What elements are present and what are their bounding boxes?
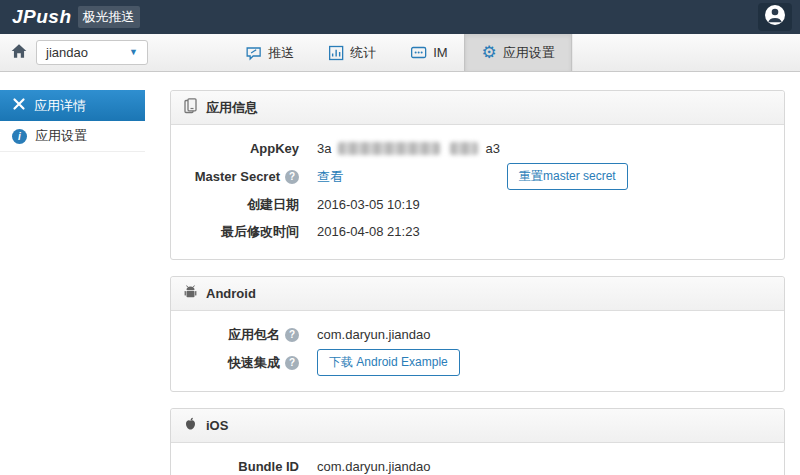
sidebar-item-app-details[interactable]: 应用详情: [0, 90, 145, 121]
sidebar-item-app-settings[interactable]: i 应用设置: [0, 121, 145, 152]
package-name-row: 应用包名 ? com.daryun.jiandao: [171, 321, 784, 348]
tab-im-label: IM: [433, 45, 447, 60]
tab-im[interactable]: IM: [393, 34, 464, 71]
appkey-suffix: a3: [485, 141, 499, 156]
appkey-label: AppKey: [171, 141, 299, 156]
app-info-card-header: 应用信息: [171, 91, 784, 125]
card-title: 应用信息: [206, 99, 258, 117]
sidebar-item-label: 应用详情: [34, 97, 86, 115]
logo-text-main: JPush: [12, 6, 72, 28]
app-selector-dropdown[interactable]: jiandao ▼: [36, 40, 148, 65]
card-title: Android: [206, 286, 256, 301]
gear-icon: ⚙: [482, 44, 497, 61]
nav-tabs: 推送 统计 IM ⚙ 应用设置: [228, 34, 572, 71]
modified-date-value: 2016-04-08 21:23: [317, 224, 420, 239]
top-bar: JPush 极光推送: [0, 0, 800, 34]
package-name-label: 应用包名 ?: [171, 326, 299, 344]
tab-app-settings-label: 应用设置: [503, 44, 555, 62]
tab-push[interactable]: 推送: [228, 34, 311, 71]
page-layout: 应用详情 i 应用设置 应用信息 AppKey: [0, 72, 800, 475]
home-button[interactable]: [10, 42, 28, 64]
jpush-logo: JPush 极光推送: [12, 6, 140, 28]
stats-icon: [328, 45, 344, 61]
reset-master-secret-button[interactable]: 重置master secret: [507, 163, 628, 190]
tab-stats[interactable]: 统计: [311, 34, 393, 71]
created-date-row: 创建日期 2016-03-05 10:19: [171, 191, 784, 218]
phone-icon: [183, 98, 198, 117]
app-info-card: 应用信息 AppKey 3aa3 Master Secret ? 查看: [170, 90, 785, 260]
bundle-id-label: Bundle ID: [171, 459, 299, 474]
bundle-id-value: com.daryun.jiandao: [317, 459, 430, 474]
quick-integration-row: 快速集成 ? 下载 Android Example: [171, 348, 784, 377]
android-card: Android 应用包名 ? com.daryun.jiandao 快速集成 ?: [170, 276, 785, 392]
appkey-prefix: 3a: [317, 141, 331, 156]
view-secret-link[interactable]: 查看: [317, 168, 343, 186]
package-name-value: com.daryun.jiandao: [317, 327, 430, 342]
modified-date-label: 最后修改时间: [171, 223, 299, 241]
appkey-redacted-block: [338, 142, 440, 155]
tools-icon: [12, 97, 26, 114]
apple-icon: [183, 416, 198, 435]
tab-app-settings[interactable]: ⚙ 应用设置: [465, 34, 572, 71]
home-icon: [10, 42, 28, 64]
appkey-redacted-block: [450, 142, 478, 155]
bundle-id-row: Bundle ID com.daryun.jiandao: [171, 453, 784, 475]
tab-push-label: 推送: [268, 44, 294, 62]
info-icon: i: [12, 129, 27, 144]
user-avatar-icon: [764, 4, 786, 30]
user-avatar-button[interactable]: [758, 3, 792, 31]
tab-stats-label: 统计: [350, 44, 376, 62]
logo-text-sub: 极光推送: [78, 6, 140, 28]
card-title: iOS: [206, 418, 228, 433]
help-icon[interactable]: ?: [285, 356, 299, 370]
created-date-value: 2016-03-05 10:19: [317, 197, 420, 212]
sidebar: 应用详情 i 应用设置: [0, 90, 145, 475]
main-content: 应用信息 AppKey 3aa3 Master Secret ? 查看: [145, 90, 800, 475]
sidebar-item-label: 应用设置: [35, 127, 87, 145]
master-secret-label: Master Secret ?: [171, 169, 299, 184]
chevron-down-icon: ▼: [129, 48, 138, 57]
android-card-header: Android: [171, 277, 784, 311]
appkey-row: AppKey 3aa3: [171, 135, 784, 162]
download-android-example-button[interactable]: 下载 Android Example: [317, 349, 460, 376]
ios-card-header: iOS: [171, 409, 784, 443]
help-icon[interactable]: ?: [285, 170, 299, 184]
app-selector-value: jiandao: [46, 45, 88, 60]
push-icon: [245, 45, 262, 61]
help-icon[interactable]: ?: [285, 328, 299, 342]
created-date-label: 创建日期: [171, 196, 299, 214]
modified-date-row: 最后修改时间 2016-04-08 21:23: [171, 218, 784, 245]
main-nav-bar: jiandao ▼ 推送 统计: [0, 34, 800, 72]
appkey-value: 3aa3: [317, 141, 500, 156]
ios-card: iOS Bundle ID com.daryun.jiandao APNS推送环…: [170, 408, 785, 475]
quick-integration-label: 快速集成 ?: [171, 354, 299, 372]
im-icon: [410, 45, 427, 61]
master-secret-row: Master Secret ? 查看 重置master secret: [171, 162, 784, 191]
android-icon: [183, 284, 198, 303]
